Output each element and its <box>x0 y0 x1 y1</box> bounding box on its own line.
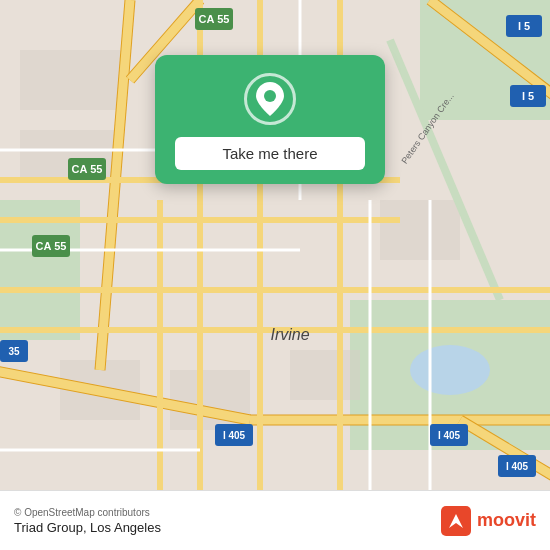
moovit-icon <box>441 506 471 536</box>
copyright-text: © OpenStreetMap contributors <box>14 507 161 518</box>
svg-text:I 5: I 5 <box>518 20 530 32</box>
svg-text:35: 35 <box>8 346 20 357</box>
svg-rect-5 <box>20 50 120 110</box>
map-pin-icon <box>256 82 284 116</box>
svg-text:I 405: I 405 <box>506 461 529 472</box>
moovit-text: moovit <box>477 510 536 531</box>
svg-text:CA 55: CA 55 <box>199 13 230 25</box>
svg-point-4 <box>410 345 490 395</box>
bottom-left: © OpenStreetMap contributors Triad Group… <box>14 507 161 535</box>
svg-text:Irvine: Irvine <box>270 326 309 343</box>
svg-text:CA 55: CA 55 <box>36 240 67 252</box>
map-container: CA 55 CA 55 CA 55 I 5 I 5 I 405 I 405 I … <box>0 0 550 490</box>
svg-text:I 405: I 405 <box>438 430 461 441</box>
location-icon-wrap <box>244 73 296 125</box>
moovit-logo[interactable]: moovit <box>441 506 536 536</box>
take-me-there-button[interactable]: Take me there <box>175 137 365 170</box>
svg-text:I 405: I 405 <box>223 430 246 441</box>
location-name: Triad Group, Los Angeles <box>14 520 161 535</box>
location-card: Take me there <box>155 55 385 184</box>
bottom-bar: © OpenStreetMap contributors Triad Group… <box>0 490 550 550</box>
svg-text:CA 55: CA 55 <box>72 163 103 175</box>
svg-text:I 5: I 5 <box>522 90 534 102</box>
svg-rect-7 <box>380 200 460 260</box>
svg-rect-8 <box>290 350 360 400</box>
svg-point-58 <box>264 90 276 102</box>
